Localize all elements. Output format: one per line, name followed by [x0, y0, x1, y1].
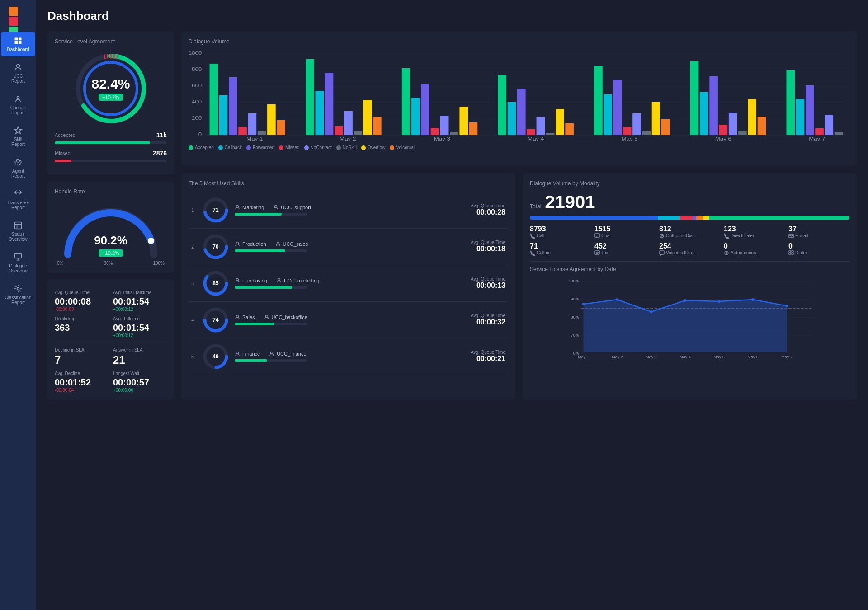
svg-text:200: 200	[192, 116, 202, 121]
svg-text:May 2: May 2	[612, 355, 623, 359]
handle-rate-panel: Handle Rate 90.2% +10.2%	[47, 181, 174, 273]
dialogue-volume-title: Dialogue Volume	[189, 38, 849, 45]
answer-sla-box: Answer in SLA 21	[113, 347, 167, 366]
svg-rect-137	[789, 253, 791, 254]
svg-line-26	[120, 52, 121, 55]
legend-overflow: Overflow	[361, 145, 385, 150]
svg-rect-138	[792, 253, 793, 254]
legend-label-noskill: NoSkill	[343, 145, 357, 150]
svg-rect-90	[652, 102, 660, 135]
modality-bar	[530, 216, 849, 220]
legend-dot-missed	[279, 145, 283, 150]
svg-rect-57	[306, 59, 314, 135]
skill-names-4: Sales UCC_backoffice	[235, 314, 465, 320]
sla-by-date-svg: 100% 90% 80% 70% 0%	[530, 278, 849, 359]
skill2-name-2: UCC_sales	[275, 241, 308, 247]
ucc-report-icon	[14, 63, 23, 72]
modality-chat-label: Chat	[594, 233, 656, 239]
svg-point-5	[17, 96, 19, 99]
handle-rate-title: Handle Rate	[55, 188, 167, 195]
skill-info-5: Finance UCC_finance	[235, 351, 465, 362]
sidebar-item-transferee-report[interactable]: TransfereeReport	[1, 185, 35, 215]
sidebar-item-status-overview[interactable]: StatusOverview	[1, 216, 35, 246]
skill-bar-bg-3	[235, 286, 307, 289]
legend-dot-overflow	[361, 145, 366, 150]
dashboard-grid: Service Level Agreement	[47, 31, 857, 400]
svg-rect-81	[556, 109, 564, 135]
skill-queue-label-1: Avg. Queue Time	[471, 203, 505, 208]
status-overview-icon	[14, 221, 23, 230]
modality-total-value: 21901	[545, 192, 595, 212]
skill-queue-value-5: 00:00:21	[471, 355, 505, 363]
modality-chat-value: 1515	[594, 225, 656, 233]
skill-row-5: 5 49 Finance	[189, 338, 508, 375]
modality-chat: 1515 Chat	[594, 225, 656, 239]
avg-queue-time-value: 00:00:08	[55, 296, 108, 307]
svg-text:May 6: May 6	[715, 136, 732, 141]
handle-min-label: 0%	[57, 261, 63, 266]
answer-sla-label: Answer in SLA	[113, 347, 167, 352]
accepted-progress-bg	[55, 141, 167, 144]
page-title: Dashboard	[47, 9, 857, 23]
skill-row-3: 3 85 Purchasing	[189, 265, 508, 302]
skill2-name-5: UCC_finance	[269, 351, 306, 357]
sidebar-item-dashboard[interactable]: Dashboard	[1, 32, 35, 56]
svg-rect-63	[363, 100, 372, 135]
sidebar-item-dialogue-overview[interactable]: DialogueOverview	[1, 248, 35, 278]
svg-line-16	[84, 113, 86, 116]
svg-rect-55	[277, 120, 285, 135]
svg-rect-54	[267, 104, 276, 135]
svg-line-32	[145, 98, 148, 99]
skill-bar-bg-2	[235, 249, 307, 252]
svg-text:400: 400	[192, 99, 202, 104]
legend-nocontact: NoContact	[304, 145, 332, 150]
skill1-name-3: Purchasing	[235, 278, 267, 283]
svg-text:800: 800	[192, 67, 202, 72]
svg-line-33	[142, 106, 144, 108]
svg-point-155	[786, 305, 788, 307]
decline-sla-box: Decline in SLA 7	[55, 347, 108, 366]
skill1-name-1: Marketing	[235, 205, 264, 210]
sidebar-item-agent-report[interactable]: AgentReport	[1, 153, 35, 183]
dialogue-bar-svg: 1000 800 600 400 200 0	[189, 50, 849, 141]
skill-bar-fill-4	[235, 323, 274, 325]
avg-decline-label: Avg. Decline	[55, 371, 108, 376]
svg-rect-53	[258, 131, 266, 135]
svg-rect-58	[315, 91, 324, 135]
svg-rect-103	[796, 99, 805, 135]
svg-line-20	[74, 79, 77, 80]
modality-email: 37 E-mail	[788, 225, 849, 239]
sidebar-item-contact-report[interactable]: ContactReport	[1, 90, 35, 120]
svg-rect-76	[508, 102, 516, 135]
sidebar-label-dashboard: Dashboard	[7, 47, 29, 52]
dashboard-icon	[14, 36, 23, 45]
missed-label: Missed	[55, 150, 71, 156]
skill-pct-2: 70	[212, 244, 218, 250]
skill-queue-1: Avg. Queue Time 00:00:28	[471, 203, 505, 216]
modality-bar-callme	[703, 216, 709, 220]
modality-total-row: Total: 21901	[530, 192, 849, 212]
modality-voicemail: 254 VoicemailDia...	[659, 242, 720, 256]
legend-label-forwarded: Forwarded	[253, 145, 274, 150]
sidebar-item-ucc-report[interactable]: UCCReport	[1, 58, 35, 88]
legend-label-overflow: Overflow	[368, 145, 385, 150]
sidebar-item-skill-report[interactable]: SkillReport	[1, 122, 35, 151]
svg-rect-105	[815, 128, 824, 135]
avg-initial-talktime-box: Avg. Initial Talktime 00:01:54 +00:00:12	[113, 290, 167, 312]
skill-bar-fill-3	[235, 286, 292, 289]
decline-sla-value: 7	[55, 354, 108, 366]
legend-accepted: Accepted	[189, 145, 214, 150]
svg-rect-88	[632, 113, 641, 135]
avg-talktime-box: Avg. Talktime 00:01:54 +00:00:12	[113, 316, 167, 338]
modality-text-label: Text	[594, 250, 656, 256]
skill-queue-2: Avg. Queue Time 00:00:18	[471, 240, 505, 253]
skill-info-4: Sales UCC_backoffice	[235, 314, 465, 325]
svg-line-28	[136, 61, 138, 64]
svg-text:May 2: May 2	[340, 136, 356, 141]
svg-line-21	[77, 70, 80, 71]
modality-call: 8793 Call	[530, 225, 591, 239]
svg-rect-100	[758, 117, 766, 135]
svg-rect-51	[238, 127, 247, 135]
sidebar-item-classification-report[interactable]: ClassificationReport	[1, 280, 35, 310]
svg-rect-3	[19, 41, 22, 44]
